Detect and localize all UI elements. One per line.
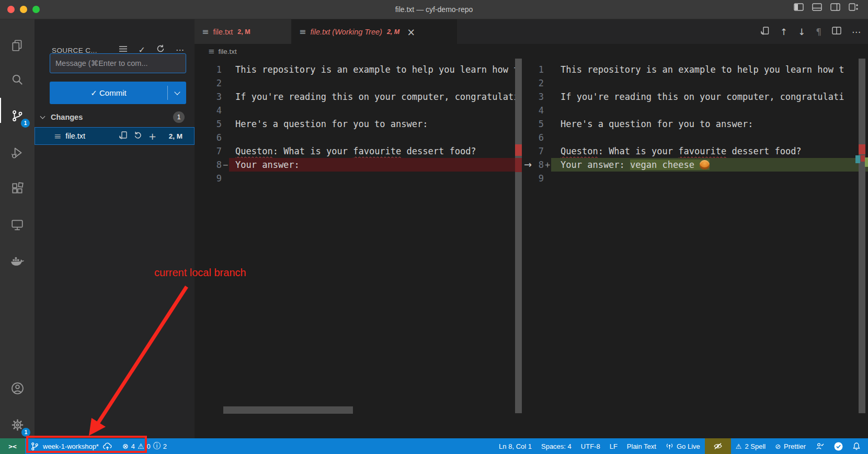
horizontal-scrollbar[interactable] (223, 406, 353, 414)
toggle-secondary-sidebar-icon[interactable] (830, 3, 840, 11)
info-icon: ⓘ (153, 441, 161, 451)
info-overview-mark (855, 155, 860, 163)
code-line[interactable]: 2 (195, 76, 515, 90)
chevron-down-icon (174, 89, 180, 95)
annotation-label: current local branch (154, 267, 246, 279)
source-control-badge: 1 (21, 119, 30, 128)
deleted-overview-mark (515, 158, 522, 172)
discard-changes-icon[interactable] (134, 131, 142, 141)
file-status-badge: 2, M (169, 132, 182, 140)
commit-message-input[interactable] (50, 53, 186, 73)
code-line[interactable]: 5Here's a question for you to answer: (523, 117, 868, 131)
breadcrumb-file-name: file.txt (219, 48, 237, 55)
diff-editor: 1This repository is an example to help y… (195, 59, 868, 438)
run-debug-icon[interactable] (0, 140, 35, 165)
code-line[interactable]: 5Here's a question for you to answer: (195, 117, 515, 131)
eol-indicator[interactable]: LF (605, 438, 622, 454)
code-line[interactable]: 9 (523, 172, 868, 185)
render-whitespace-icon[interactable]: ¶ (816, 27, 821, 37)
settings-gear-icon[interactable]: 1 (0, 412, 35, 437)
accounts-icon[interactable] (0, 376, 35, 401)
code-line[interactable]: 6 (195, 131, 515, 144)
error-overview-mark (515, 144, 522, 156)
title-bar: file.txt — cyf-demo-repo (0, 0, 868, 19)
changes-section-header[interactable]: Changes 1 (35, 108, 195, 126)
docker-icon[interactable] (0, 249, 35, 274)
tab-file-txt[interactable]: ≡ file.txt 2, M (195, 19, 292, 44)
indentation-indicator[interactable]: Spaces: 4 (536, 438, 576, 454)
info-count: 2 (163, 442, 167, 450)
warning-count: 0 (146, 442, 150, 450)
code-line[interactable]: 1This repository is an example to help y… (523, 63, 868, 76)
text-file-icon: ≡ (299, 27, 306, 37)
commit-button-label: Commit (99, 88, 127, 97)
split-editor-icon[interactable] (832, 27, 841, 37)
customize-layout-icon[interactable] (849, 3, 859, 11)
prettier-indicator[interactable]: ⊘ Prettier (770, 438, 810, 454)
changed-file-row[interactable]: ≡ file.txt + 2, M (35, 127, 195, 145)
diff-left-pane[interactable]: 1This repository is an example to help y… (195, 59, 515, 438)
explorer-icon[interactable] (0, 33, 35, 58)
commit-button[interactable]: ✓ Commit (50, 82, 186, 104)
more-actions-icon[interactable]: ⋯ (852, 27, 861, 37)
go-live-label: Go Live (677, 442, 700, 450)
activity-bar: 1 1 (0, 19, 35, 438)
code-line[interactable]: 8+Your answer: vegan cheese (523, 158, 868, 172)
error-overview-mark (859, 144, 865, 154)
changes-header-label: Changes (51, 113, 83, 121)
breadcrumb[interactable]: ≡ file.txt (195, 44, 868, 59)
encoding-indicator[interactable]: UTF-8 (576, 438, 605, 454)
spell-warnings[interactable]: ⚠ 2 Spell (731, 438, 770, 454)
remote-explorer-icon[interactable] (0, 212, 35, 237)
commit-dropdown-button[interactable] (167, 86, 186, 100)
notifications-button[interactable] (848, 438, 868, 454)
annotation-rectangle (26, 436, 147, 453)
eye-closed-icon (713, 442, 723, 450)
sync-status-button[interactable] (829, 438, 848, 454)
diff-right-pane[interactable]: 1This repository is an example to help y… (523, 59, 868, 438)
cursor-position[interactable]: Ln 8, Col 1 (494, 438, 536, 454)
tab-file-txt-working-tree[interactable]: ≡ file.txt (Working Tree) 2, M × (292, 19, 457, 44)
left-scrollbar[interactable] (515, 59, 522, 413)
feedback-button[interactable] (810, 438, 829, 454)
next-change-icon[interactable]: ↓ (798, 27, 805, 37)
remote-indicator[interactable]: >< (0, 438, 25, 454)
source-control-icon[interactable]: 1 (0, 104, 35, 129)
tab-bar: ≡ file.txt 2, M ≡ file.txt (Working Tree… (195, 19, 868, 44)
code-line[interactable]: 4 (195, 104, 515, 117)
close-tab-icon[interactable]: × (407, 26, 415, 38)
pie-emoji (700, 160, 710, 169)
changed-file-name: file.txt (65, 132, 85, 140)
extensions-icon[interactable] (0, 176, 35, 201)
right-scrollbar[interactable] (859, 59, 865, 413)
code-line[interactable]: 7Queston: What is your favourite dessert… (523, 144, 868, 158)
open-changes-icon[interactable] (760, 26, 770, 38)
chevron-down-icon (40, 114, 45, 119)
previous-change-icon[interactable]: ↑ (780, 27, 787, 37)
code-line[interactable]: 7Queston: What is your favourite dessert… (195, 144, 515, 158)
tab-status-badge: 2, M (387, 28, 399, 36)
open-file-icon[interactable] (119, 131, 128, 142)
error-overview-mark (861, 155, 865, 162)
code-line[interactable]: 1This repository is an example to help y… (195, 63, 515, 76)
code-line[interactable]: 9 (195, 172, 515, 185)
toggle-panel-icon[interactable] (812, 3, 822, 11)
code-line[interactable]: 2 (523, 76, 868, 90)
search-icon[interactable] (0, 67, 35, 92)
added-overview-mark (865, 157, 868, 167)
text-file-icon: ≡ (202, 27, 209, 37)
prettier-label: Prettier (784, 442, 806, 450)
code-line[interactable]: 8−Your answer: (195, 158, 515, 172)
go-live-button[interactable]: Go Live (661, 438, 705, 454)
tab-label: file.txt (213, 28, 233, 36)
revert-change-arrow-icon[interactable]: → (524, 158, 532, 172)
stage-changes-icon[interactable]: + (149, 131, 156, 142)
code-line[interactable]: 4 (523, 104, 868, 117)
toggle-primary-sidebar-icon[interactable] (794, 3, 804, 11)
code-line[interactable]: 3If you're reading this on your computer… (523, 90, 868, 104)
code-line[interactable]: 6 (523, 131, 868, 144)
tab-status-badge: 2, M (237, 28, 250, 36)
language-mode[interactable]: Plain Text (622, 438, 661, 454)
spell-checker-toggle[interactable] (705, 438, 731, 454)
code-line[interactable]: 3If you're reading this on your computer… (195, 90, 515, 104)
